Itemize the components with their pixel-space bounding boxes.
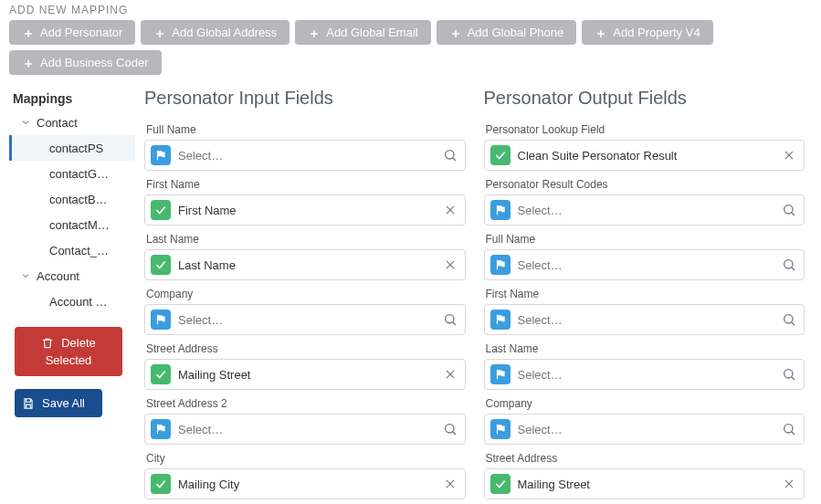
field-label: Full Name: [486, 233, 805, 246]
lookup-input[interactable]: Select…: [484, 249, 805, 280]
field-label: Full Name: [146, 123, 466, 136]
delete-selected-button[interactable]: Delete Selected: [15, 327, 122, 376]
field-label: Street Address: [486, 452, 805, 465]
field-label: Street Address 2: [146, 397, 466, 410]
search-icon: [782, 422, 796, 436]
section-header: ADD NEW MAPPING: [0, 0, 821, 18]
svg-line-7: [452, 322, 455, 325]
lookup-value: First Name: [178, 204, 436, 217]
tree-item-label: contactB…: [49, 193, 108, 206]
lookup-value: Mailing City: [178, 478, 436, 491]
lookup-value: Select…: [178, 423, 436, 436]
svg-line-1: [452, 158, 455, 161]
add-personator-label: Add Personator: [40, 26, 122, 39]
record-icon: [490, 200, 510, 220]
lookup-input[interactable]: Select…: [144, 140, 466, 171]
field-label: First Name: [486, 288, 805, 300]
tree-item-label: contactG…: [49, 167, 109, 181]
lookup-value: Select…: [518, 423, 775, 436]
plus-icon: ＋: [153, 26, 166, 39]
add-global-address-button[interactable]: ＋Add Global Address: [141, 20, 289, 45]
lookup-input[interactable]: Mailing Street: [484, 468, 805, 499]
tree-item[interactable]: contactB…: [9, 186, 135, 212]
tree-group[interactable]: Account: [9, 263, 135, 289]
clear-icon[interactable]: [443, 368, 458, 381]
tree-item[interactable]: Account …: [9, 289, 135, 314]
lookup-input[interactable]: First Name: [144, 194, 466, 226]
clear-icon[interactable]: [443, 258, 458, 271]
lookup-value: Select…: [518, 313, 775, 327]
lookup-input[interactable]: Select…: [484, 359, 805, 390]
check-icon: [151, 474, 171, 494]
lookup-value: Select…: [178, 149, 436, 163]
tree-item[interactable]: contactG…: [9, 161, 135, 186]
record-icon: [151, 310, 171, 330]
search-icon: [782, 367, 796, 382]
field-label: Street Address: [146, 342, 466, 355]
add-property-v4-button[interactable]: ＋Add Property V4: [582, 20, 712, 45]
input-fields-column: Personator Input Fields Full NameSelect……: [135, 82, 475, 499]
field-label: Personator Lookup Field: [486, 123, 805, 136]
output-column-title: Personator Output Fields: [484, 88, 805, 109]
lookup-input[interactable]: Select…: [144, 414, 466, 445]
plus-icon: ＋: [22, 57, 35, 69]
svg-line-11: [452, 432, 455, 435]
add-global-address-label: Add Global Address: [172, 26, 277, 39]
add-global-email-button[interactable]: ＋Add Global Email: [295, 20, 430, 45]
lookup-value: Clean Suite Personator Result: [518, 149, 775, 163]
clear-icon[interactable]: [443, 478, 458, 490]
svg-line-19: [792, 268, 795, 270]
svg-point-18: [784, 260, 793, 268]
lookup-input[interactable]: Last Name: [144, 249, 466, 280]
clear-icon[interactable]: [782, 149, 796, 162]
lookup-input[interactable]: Mailing City: [144, 468, 466, 499]
lookup-value: Select…: [518, 368, 775, 382]
chevron-down-icon: [20, 117, 31, 128]
mappings-title: Mappings: [9, 89, 135, 110]
lookup-value: Mailing Street: [178, 368, 436, 382]
lookup-input[interactable]: Mailing Street: [144, 359, 466, 390]
tree-group[interactable]: Contact: [9, 110, 135, 135]
lookup-value: Select…: [518, 204, 775, 217]
save-all-button[interactable]: Save All: [15, 389, 102, 417]
check-icon: [151, 200, 171, 220]
input-column-title: Personator Input Fields: [144, 88, 466, 109]
plus-icon: ＋: [449, 26, 462, 39]
svg-point-10: [445, 425, 453, 433]
record-icon: [151, 419, 171, 439]
svg-line-23: [792, 377, 795, 380]
lookup-input[interactable]: Select…: [484, 304, 805, 335]
clear-icon[interactable]: [443, 204, 458, 216]
field-label: Last Name: [486, 342, 805, 355]
lookup-value: Select…: [178, 313, 436, 327]
record-icon: [490, 364, 510, 384]
lookup-input[interactable]: Select…: [144, 304, 466, 335]
add-business-coder-button[interactable]: ＋Add Business Coder: [9, 50, 162, 75]
lookup-value: Mailing Street: [518, 478, 775, 491]
search-icon: [782, 203, 796, 217]
add-global-phone-label: Add Global Phone: [468, 26, 564, 39]
search-icon: [443, 148, 458, 163]
lookup-input[interactable]: Select…: [484, 414, 805, 445]
plus-icon: ＋: [22, 26, 35, 39]
tree-item-label: Account …: [49, 295, 108, 309]
svg-point-0: [445, 151, 453, 159]
tree-item[interactable]: contactPS: [9, 135, 135, 161]
svg-point-6: [445, 315, 453, 323]
add-personator-button[interactable]: ＋Add Personator: [9, 20, 135, 45]
svg-line-21: [792, 322, 795, 325]
record-icon: [151, 145, 171, 165]
clear-icon[interactable]: [782, 478, 796, 490]
tree-item[interactable]: Contact_…: [9, 237, 135, 263]
lookup-input[interactable]: Select…: [484, 194, 805, 226]
svg-point-24: [784, 425, 793, 433]
add-property-v4-label: Add Property V4: [613, 26, 700, 39]
lookup-input[interactable]: Clean Suite Personator Result: [484, 140, 805, 171]
chevron-down-icon: [20, 270, 31, 281]
add-global-phone-button[interactable]: ＋Add Global Phone: [437, 20, 577, 45]
trash-icon: [41, 337, 54, 350]
svg-line-25: [792, 432, 795, 435]
lookup-value: Last Name: [178, 258, 436, 272]
tree-item[interactable]: contactM…: [9, 212, 135, 237]
field-label: Last Name: [146, 233, 466, 246]
